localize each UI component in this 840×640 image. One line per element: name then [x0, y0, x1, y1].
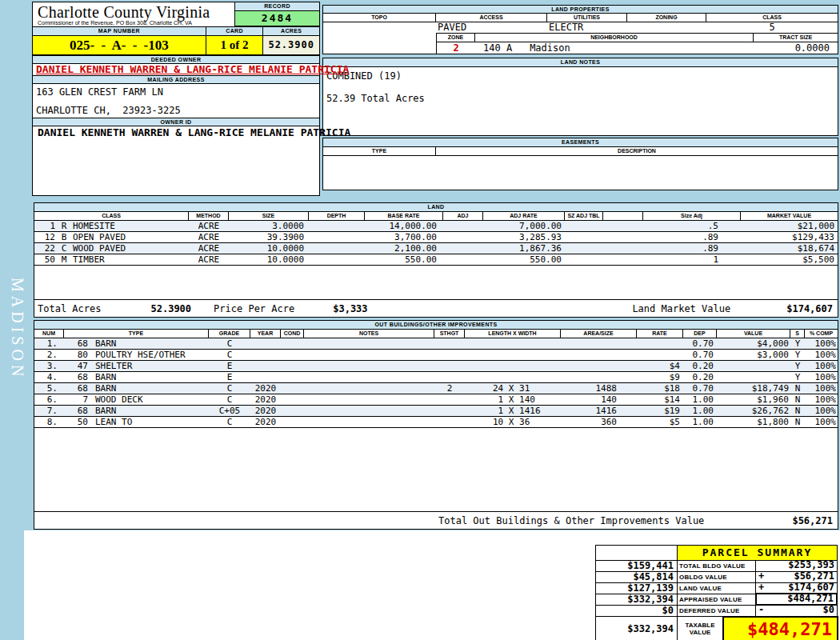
zone-strip: ZONE NEIGHBORHOOD TRACT SIZE 2 140 A Mad… — [323, 33, 838, 54]
col-notes: NOTES — [304, 330, 434, 338]
zone-strip-spacer — [323, 33, 436, 54]
col-size: SIZE — [229, 212, 309, 220]
col-sthgt: STHGT — [434, 330, 465, 338]
land-row: 12BOPEN PAVED ACRE39.3900 3,700.00 3,285… — [34, 232, 838, 243]
col-depth: DEPTH — [309, 212, 365, 220]
out-buildings-panel: OUT BUILDINGS/OTHER IMPROVEMENTS NUM TYP… — [34, 320, 838, 530]
access-label: ACCESS — [436, 14, 547, 22]
land-table-header-row: CLASS METHOD SIZE DEPTH BASE RATE ADJ AD… — [34, 212, 838, 221]
out-building-row: 6. 7WOOD DECK C2020 1 X 140 140$14 1.00$… — [34, 394, 838, 406]
col-value: VALUE — [717, 330, 790, 338]
summary-operator: - — [756, 606, 766, 616]
address-line-2: CHARLOTTE CH, 23923-3225 — [36, 105, 319, 116]
land-row: 22CWOOD PAVED ACRE10.0000 2,100.00 1,867… — [34, 243, 838, 254]
owner-id-label: OWNER ID — [33, 118, 319, 126]
col-type: TYPE — [64, 330, 209, 338]
topo-label: TOPO — [323, 14, 436, 22]
land-table-panel: LAND CLASS METHOD SIZE DEPTH BASE RATE A… — [34, 202, 838, 318]
summary-left-value: $127,139 — [595, 582, 678, 594]
address-line-1: 163 GLEN CREST FARM LN — [36, 86, 319, 98]
county-title-block: Charlotte County Virginia Commissioner o… — [33, 2, 234, 26]
land-properties-title: LAND PROPERTIES — [323, 6, 838, 14]
easement-type-label: TYPE — [323, 147, 436, 155]
zone-value: 2 — [437, 42, 475, 54]
map-number-label: MAP NUMBER — [33, 26, 206, 36]
card-label: CARD — [206, 26, 264, 36]
total-acres-label: Total Acres — [38, 303, 101, 314]
col-s: S — [790, 330, 805, 338]
deeded-owner-value: DANIEL KENNETH WARREN & LANG-RICE MELANI… — [33, 64, 319, 75]
col-method: METHOD — [189, 212, 229, 220]
out-building-row: 8. 50LEAN TO C2020 10 X 36 360$5 1.00$1,… — [34, 417, 838, 428]
map-number-value: 025- - A- - -103 — [33, 36, 206, 54]
out-buildings-total-row: Total Out Buildings & Other Improvements… — [34, 511, 838, 529]
out-building-row: 2. 80POULTRY HSE/OTHER C 0.70$3,000 Y100… — [34, 350, 838, 361]
easements-header-row: TYPE DESCRIPTION — [323, 147, 838, 156]
summary-label: TOTAL BLDG VALUE — [677, 560, 756, 572]
topo-value — [323, 22, 436, 33]
summary-left-value: $332,394 — [595, 594, 678, 606]
parcel-summary-blank-cell — [595, 545, 678, 561]
col-area-size: AREA/SIZE — [561, 330, 637, 338]
land-notes-title: LAND NOTES — [323, 58, 838, 67]
col-num: NUM — [34, 330, 64, 338]
col-market-value: MARKET VALUE — [741, 212, 838, 220]
col-year: YEAR — [250, 330, 281, 338]
land-note-line-1: COMBINED (19) — [326, 70, 838, 82]
land-market-value: $174,607 — [786, 303, 833, 314]
utilities-value: ELECTR — [547, 22, 627, 33]
record-number: 2484 — [235, 11, 319, 26]
out-buildings-total-value: $56,271 — [792, 515, 833, 526]
col-rate: RATE — [637, 330, 683, 338]
record-box: RECORD 2484 — [234, 2, 319, 26]
owner-id-value: DANIEL KENNETH WARREN & LANG-RICE MELANI… — [33, 126, 319, 138]
map-number-header-row: MAP NUMBER CARD ACRES — [33, 26, 319, 36]
land-table-title: LAND — [34, 203, 838, 212]
easements-panel: EASEMENTS TYPE DESCRIPTION — [322, 138, 838, 190]
land-totals-row: Total Acres 52.3900 Price Per Acre $3,33… — [34, 299, 838, 317]
col-length-width: LENGTH X WIDTH — [465, 330, 561, 338]
acres-label: ACRES — [263, 26, 319, 36]
zone-label: ZONE — [437, 34, 475, 42]
col-dep: DEP — [683, 330, 717, 338]
land-notes-panel: LAND NOTES COMBINED (19) 52.39 Total Acr… — [322, 58, 838, 136]
neighborhood-code: 140 A — [483, 42, 512, 54]
easement-description-label: DESCRIPTION — [436, 147, 838, 155]
summary-value: $0 — [766, 606, 837, 616]
col-base-rate: BASE RATE — [365, 212, 443, 220]
land-row: 50MTIMBER ACRE10.0000 550.00 550.00 1$5,… — [34, 254, 838, 266]
easements-title: EASEMENTS — [323, 138, 838, 147]
county-title: Charlotte County Virginia — [38, 3, 234, 22]
summary-label: OBLDG VALUE — [677, 571, 756, 583]
land-note-line-2: 52.39 Total Acres — [326, 93, 838, 104]
land-properties-value-row: PAVED ELECTR 5 — [323, 22, 838, 33]
property-record-card: { "colors": { "page_bg": "#a9d2e3", "sec… — [0, 0, 840, 640]
tract-size-label: TRACT SIZE — [754, 34, 838, 42]
summary-operator — [757, 594, 767, 604]
summary-row-taxable: $332,394 TAXABLE VALUE $484,271 — [596, 617, 838, 640]
summary-label: DEFERRED VALUE — [677, 605, 756, 617]
price-per-acre-value: $3,333 — [333, 303, 367, 314]
access-value: PAVED — [436, 22, 547, 33]
col-pct-comp: % COMP — [805, 330, 838, 338]
summary-row-appraised: $332,394 APPRAISED VALUE $484,271 — [596, 594, 838, 606]
taxable-label: TAXABLE VALUE — [677, 616, 723, 640]
summary-label: APPRAISED VALUE — [677, 594, 756, 606]
card-value: 1 of 2 — [206, 36, 264, 54]
out-buildings-header-row: NUM TYPE GRADE YEAR COND NOTES STHGT LEN… — [34, 330, 838, 338]
neighborhood-value: 140 A Madison — [475, 42, 754, 54]
zone-value-row: 2 140 A Madison 0.0000 — [437, 42, 838, 54]
taxable-left-value: $332,394 — [595, 616, 678, 640]
zoning-value — [627, 22, 706, 33]
mailing-address-label: MAILING ADDRESS — [33, 75, 319, 84]
neighborhood-name: Madison — [530, 42, 570, 54]
out-building-row: 4. 68BARN E $9 0.20 Y100% — [34, 372, 838, 383]
out-buildings-title: OUT BUILDINGS/OTHER IMPROVEMENTS — [34, 321, 838, 330]
col-class: CLASS — [34, 212, 189, 220]
col-sz-adj-tbl: SZ ADJ TBL — [565, 212, 603, 220]
owner-panel-filler — [33, 138, 319, 195]
out-building-row: 3. 47SHELTER E $4 0.20 Y100% — [34, 361, 838, 372]
total-acres-value: 52.3900 — [150, 303, 191, 314]
easements-body — [323, 156, 838, 190]
tract-size-value: 0.0000 — [754, 42, 838, 54]
